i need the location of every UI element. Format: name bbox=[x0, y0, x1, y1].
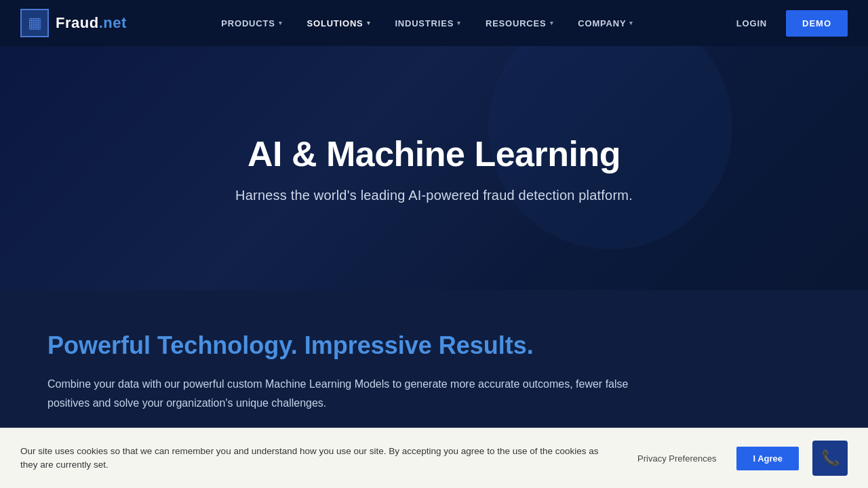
nav-products[interactable]: PRODUCTS ▾ bbox=[210, 12, 293, 35]
cookie-banner: Our site uses cookies so that we can rem… bbox=[0, 428, 868, 488]
main-section: Powerful Technology. Impressive Results.… bbox=[0, 290, 868, 440]
chevron-down-icon: ▾ bbox=[457, 20, 461, 26]
hero-subtitle: Harness the world's leading AI-powered f… bbox=[235, 188, 633, 203]
hero-title: AI & Machine Learning bbox=[235, 134, 633, 174]
nav-company[interactable]: COMPANY ▾ bbox=[567, 12, 644, 35]
hero-content: AI & Machine Learning Harness the world'… bbox=[222, 134, 646, 203]
section-body: Combine your data with our powerful cust… bbox=[47, 375, 658, 413]
nav-resources[interactable]: RESOURCES ▾ bbox=[475, 12, 564, 35]
chevron-down-icon: ▾ bbox=[550, 20, 554, 26]
hero-section: AI & Machine Learning Harness the world'… bbox=[0, 46, 868, 290]
cookie-text: Our site uses cookies so that we can rem… bbox=[20, 445, 617, 472]
login-link[interactable]: LOGIN bbox=[728, 13, 775, 34]
nav-links: PRODUCTS ▾ SOLUTIONS ▾ INDUSTRIES ▾ RESO… bbox=[210, 12, 644, 35]
cookie-agree-button[interactable]: I Agree bbox=[736, 447, 799, 470]
nav-industries[interactable]: INDUSTRIES ▾ bbox=[384, 12, 472, 35]
logo-text: Fraud.net bbox=[56, 14, 127, 32]
nav-solutions[interactable]: SOLUTIONS ▾ bbox=[296, 12, 382, 35]
nav-right: LOGIN DEMO bbox=[728, 10, 848, 37]
phone-fab-button[interactable]: 📞 bbox=[812, 441, 848, 476]
phone-icon: 📞 bbox=[821, 449, 840, 467]
chevron-down-icon: ▾ bbox=[367, 20, 371, 26]
main-nav: Fraud.net PRODUCTS ▾ SOLUTIONS ▾ INDUSTR… bbox=[0, 0, 868, 46]
chevron-down-icon: ▾ bbox=[279, 20, 283, 26]
demo-button[interactable]: DEMO bbox=[786, 10, 848, 37]
privacy-preferences-link[interactable]: Privacy Preferences bbox=[631, 453, 723, 464]
chevron-down-icon: ▾ bbox=[629, 20, 633, 26]
logo-icon bbox=[20, 9, 49, 37]
section-heading: Powerful Technology. Impressive Results. bbox=[47, 331, 821, 360]
logo[interactable]: Fraud.net bbox=[20, 9, 127, 37]
